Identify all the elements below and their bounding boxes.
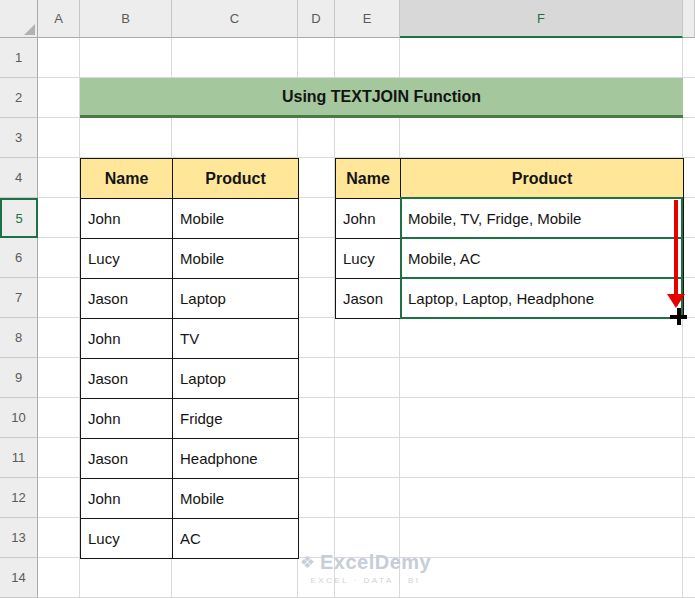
right-table-header-product[interactable]: Product xyxy=(401,159,684,199)
product-cell[interactable]: Laptop, Laptop, Headphone xyxy=(401,279,684,319)
table-row: Jason Laptop xyxy=(81,359,299,399)
name-cell[interactable]: John xyxy=(336,199,401,239)
table-header-row: Name Product xyxy=(81,159,299,199)
table-row: John Fridge xyxy=(81,399,299,439)
table-row: John Mobile xyxy=(81,479,299,519)
product-cell[interactable]: Mobile xyxy=(173,199,299,239)
column-header-partial xyxy=(683,0,695,38)
name-cell[interactable]: Lucy xyxy=(81,239,173,279)
product-cell[interactable]: TV xyxy=(173,319,299,359)
row-header-11[interactable]: 11 xyxy=(0,438,38,478)
product-cell[interactable]: Fridge xyxy=(173,399,299,439)
table-row: Lucy Mobile, AC xyxy=(336,239,684,279)
product-cell[interactable]: Laptop xyxy=(173,279,299,319)
table-row: Jason Laptop xyxy=(81,279,299,319)
row-header-14[interactable]: 14 xyxy=(0,558,38,598)
row-header-10[interactable]: 10 xyxy=(0,398,38,438)
product-cell[interactable]: AC xyxy=(173,519,299,559)
table-row: Jason Laptop, Laptop, Headphone xyxy=(336,279,684,319)
table-row: John Mobile, TV, Fridge, Mobile xyxy=(336,199,684,239)
row-header-9[interactable]: 9 xyxy=(0,358,38,398)
row-header-1[interactable]: 1 xyxy=(0,38,38,78)
table-row: Jason Headphone xyxy=(81,439,299,479)
name-cell[interactable]: John xyxy=(81,319,173,359)
exceldemy-watermark: ❖ ExcelDemy EXCEL · DATA · BI xyxy=(278,551,453,585)
product-cell[interactable]: Headphone xyxy=(173,439,299,479)
name-cell[interactable]: John xyxy=(81,479,173,519)
product-cell[interactable]: Laptop xyxy=(173,359,299,399)
row-header-7[interactable]: 7 xyxy=(0,278,38,318)
title-banner[interactable]: Using TEXTJOIN Function xyxy=(80,78,683,118)
left-table-header-product[interactable]: Product xyxy=(173,159,299,199)
product-cell[interactable]: Mobile, AC xyxy=(401,239,684,279)
table-row: Lucy AC xyxy=(81,519,299,559)
watermark-tagline: EXCEL · DATA · BI xyxy=(278,576,453,585)
column-header-C[interactable]: C xyxy=(172,0,298,38)
watermark-brand: ExcelDemy xyxy=(320,551,431,574)
row-header-8[interactable]: 8 xyxy=(0,318,38,358)
right-table-header-name[interactable]: Name xyxy=(336,159,401,199)
column-header-E[interactable]: E xyxy=(335,0,400,38)
name-cell[interactable]: Lucy xyxy=(336,239,401,279)
exceldemy-logo-icon: ❖ xyxy=(300,554,315,571)
column-header-D[interactable]: D xyxy=(298,0,335,38)
column-header-F[interactable]: F xyxy=(400,0,683,38)
name-cell[interactable]: Jason xyxy=(81,279,173,319)
name-cell[interactable]: Jason xyxy=(81,439,173,479)
row-header-3[interactable]: 3 xyxy=(0,118,38,158)
table-header-row: Name Product xyxy=(336,159,684,199)
row-header-13[interactable]: 13 xyxy=(0,518,38,558)
row-header-12[interactable]: 12 xyxy=(0,478,38,518)
name-cell[interactable]: Lucy xyxy=(81,519,173,559)
spreadsheet: A B C D E F 1 2 3 4 5 6 7 8 9 10 11 12 1… xyxy=(0,0,695,598)
table-row: John Mobile xyxy=(81,199,299,239)
result-table: Name Product John Mobile, TV, Fridge, Mo… xyxy=(335,158,684,319)
table-row: John TV xyxy=(81,319,299,359)
left-table-header-name[interactable]: Name xyxy=(81,159,173,199)
product-cell[interactable]: Mobile xyxy=(173,239,299,279)
select-all-triangle-icon xyxy=(24,24,35,35)
product-cell[interactable]: Mobile, TV, Fridge, Mobile xyxy=(401,199,684,239)
column-header-B[interactable]: B xyxy=(80,0,172,38)
row-header-4[interactable]: 4 xyxy=(0,158,38,198)
name-cell[interactable]: Jason xyxy=(336,279,401,319)
name-cell[interactable]: Jason xyxy=(81,359,173,399)
table-row: Lucy Mobile xyxy=(81,239,299,279)
row-header-2[interactable]: 2 xyxy=(0,78,38,118)
name-cell[interactable]: John xyxy=(81,399,173,439)
row-header-6[interactable]: 6 xyxy=(0,238,38,278)
row-header-5[interactable]: 5 xyxy=(0,198,38,238)
name-cell[interactable]: John xyxy=(81,199,173,239)
source-table: Name Product John Mobile Lucy Mobile Jas… xyxy=(80,158,299,559)
column-header-A[interactable]: A xyxy=(38,0,80,38)
product-cell[interactable]: Mobile xyxy=(173,479,299,519)
select-all-corner[interactable] xyxy=(0,0,38,38)
